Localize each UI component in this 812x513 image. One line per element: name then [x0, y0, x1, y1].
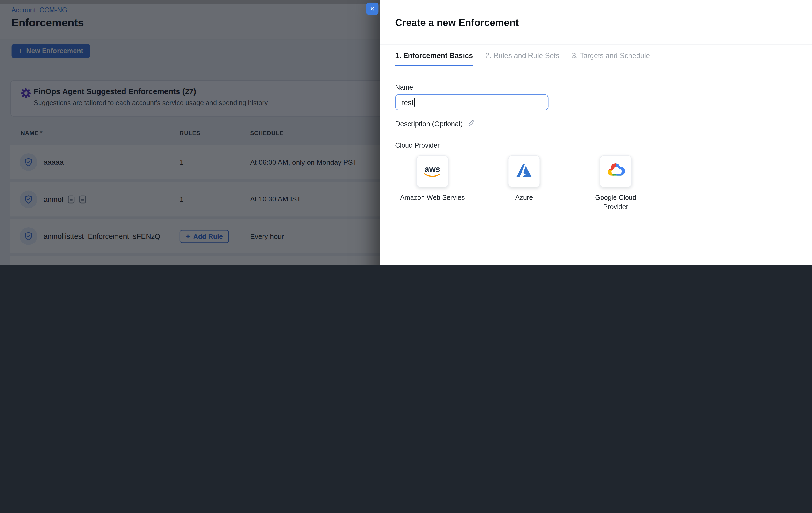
drawer-body: Name test Description (Optional) Cloud P… — [379, 83, 812, 212]
provider-gcp[interactable]: Google Cloud Provider — [582, 155, 649, 212]
aws-label: Amazon Web Servies — [399, 193, 466, 202]
aws-logo-icon: aws — [424, 166, 441, 178]
wizard-tabs: 1. Enforcement Basics 2. Rules and Rule … — [379, 45, 812, 66]
provider-aws[interactable]: aws Amazon Web Servies — [399, 155, 466, 212]
name-input[interactable]: test — [395, 94, 548, 110]
close-icon: × — [370, 4, 375, 13]
name-label: Name — [395, 83, 796, 91]
provider-azure[interactable]: Azure — [491, 155, 558, 212]
text-cursor — [414, 98, 415, 107]
drawer-header: Create a new Enforcement — [379, 0, 812, 45]
tab-enforcement-basics[interactable]: 1. Enforcement Basics — [395, 45, 473, 65]
description-row: Description (Optional) — [395, 119, 796, 129]
description-label: Description (Optional) — [395, 120, 463, 127]
edit-description-button[interactable] — [467, 119, 475, 129]
gcp-card[interactable] — [600, 155, 632, 188]
drawer-title: Create a new Enforcement — [395, 17, 796, 29]
tab-rules-and-rule-sets[interactable]: 2. Rules and Rule Sets — [486, 45, 559, 65]
name-input-value: test — [402, 98, 413, 107]
gcp-label: Google Cloud Provider — [582, 193, 649, 212]
close-drawer-button[interactable]: × — [366, 3, 378, 15]
gcp-logo-icon — [607, 163, 625, 180]
create-enforcement-drawer: Create a new Enforcement 1. Enforcement … — [379, 0, 812, 265]
tab-targets-and-schedule[interactable]: 3. Targets and Schedule — [572, 45, 650, 65]
pencil-icon — [467, 119, 475, 129]
aws-card[interactable]: aws — [416, 155, 448, 188]
azure-label: Azure — [491, 193, 558, 202]
cloud-provider-options: aws Amazon Web Servies — [399, 155, 796, 212]
azure-logo-icon — [516, 164, 532, 179]
azure-card[interactable] — [508, 155, 540, 188]
cloud-provider-label: Cloud Provider — [395, 142, 796, 149]
screen: Account: CCM-NG Enforcements + New Enfor… — [0, 0, 812, 265]
